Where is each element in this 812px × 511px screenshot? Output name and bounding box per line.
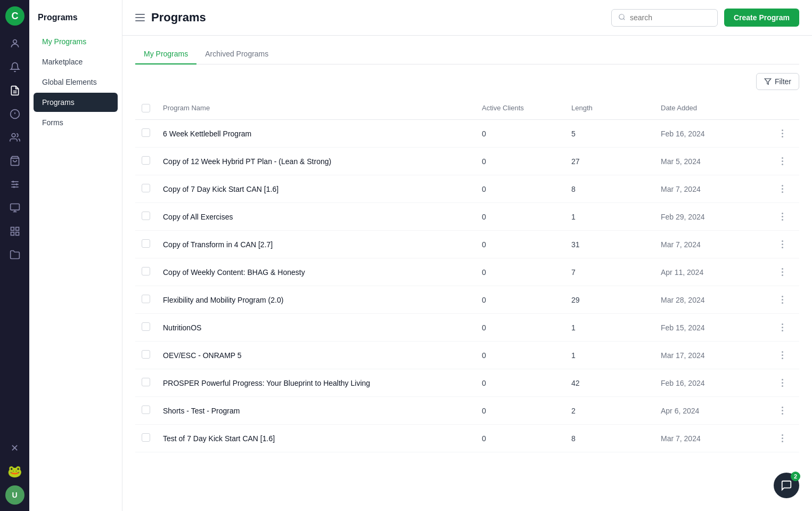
row-select-checkbox[interactable] <box>142 350 150 359</box>
row-actions-menu[interactable] <box>772 210 793 223</box>
row-select-checkbox[interactable] <box>142 267 150 275</box>
row-checkbox[interactable] <box>142 295 159 305</box>
row-checkbox[interactable] <box>142 433 159 443</box>
sidebar-icon-document[interactable] <box>5 81 24 100</box>
row-select-checkbox[interactable] <box>142 128 150 137</box>
svg-line-24 <box>624 18 625 20</box>
row-date-added: Mar 7, 2024 <box>661 240 767 249</box>
sidebar-item-programs[interactable]: Programs <box>34 93 118 112</box>
row-checkbox[interactable] <box>142 128 159 139</box>
row-actions-menu[interactable] <box>772 321 793 334</box>
row-checkbox[interactable] <box>142 184 159 194</box>
search-box[interactable] <box>611 9 718 27</box>
sidebar-icon-bell[interactable] <box>5 58 24 77</box>
header-left: Programs <box>135 11 206 25</box>
table-row[interactable]: Test of 7 Day Kick Start CAN [1.6] 0 8 M… <box>135 425 799 452</box>
row-actions-menu[interactable] <box>772 377 793 389</box>
sidebar-item-marketplace[interactable]: Marketplace <box>34 52 118 71</box>
table-row[interactable]: Copy of Transform in 4 CAN [2.7] 0 31 Ma… <box>135 231 799 258</box>
search-input[interactable] <box>630 13 711 22</box>
sidebar-icon-alert[interactable] <box>5 104 24 124</box>
sidebar-icon-bag[interactable] <box>5 151 24 171</box>
app-logo[interactable]: C <box>5 6 24 26</box>
create-program-button[interactable]: Create Program <box>724 9 799 27</box>
row-program-name: OEV/ESC - ONRAMP 5 <box>163 351 478 360</box>
sidebar-icon-grid[interactable] <box>5 222 24 241</box>
sidebar-icon-screen[interactable] <box>5 198 24 217</box>
svg-rect-22 <box>15 232 19 236</box>
row-active-clients: 0 <box>482 407 567 415</box>
sidebar-icon-sliders[interactable] <box>5 175 24 194</box>
row-actions-menu[interactable] <box>772 155 793 167</box>
table-row[interactable]: Copy of 7 Day Kick Start CAN [1.6] 0 8 M… <box>135 175 799 203</box>
row-date-added: Apr 11, 2024 <box>661 268 767 277</box>
tab-my-programs[interactable]: My Programs <box>135 44 196 64</box>
col-program-name: Program Name <box>163 104 478 114</box>
col-active-clients: Active Clients <box>482 104 567 114</box>
sidebar-close-icon[interactable]: ✕ <box>5 439 24 458</box>
row-actions-menu[interactable] <box>772 432 793 444</box>
row-actions-menu[interactable] <box>772 294 793 306</box>
table-row[interactable]: PROSPER Powerful Progress: Your Blueprin… <box>135 369 799 397</box>
hamburger-menu[interactable] <box>135 14 145 21</box>
row-date-added: Mar 17, 2024 <box>661 351 767 360</box>
sidebar-item-forms[interactable]: Forms <box>34 113 118 132</box>
svg-point-2 <box>13 40 17 44</box>
table-header: Program Name Active Clients Length Date … <box>135 99 799 120</box>
table-row[interactable]: Shorts - Test - Program 0 2 Apr 6, 2024 <box>135 397 799 425</box>
row-select-checkbox[interactable] <box>142 405 150 414</box>
row-select-checkbox[interactable] <box>142 322 150 331</box>
sidebar-frog-icon[interactable]: 🐸 <box>5 462 24 481</box>
row-active-clients: 0 <box>482 323 567 332</box>
page-header: Programs Create Program <box>122 0 812 36</box>
tab-archived-programs[interactable]: Archived Programs <box>196 44 277 64</box>
row-checkbox[interactable] <box>142 405 159 416</box>
filter-row: Filter <box>135 64 799 99</box>
sidebar-item-global-elements[interactable]: Global Elements <box>34 72 118 92</box>
sidebar-item-my-programs[interactable]: My Programs <box>34 32 118 51</box>
chat-badge: 2 <box>791 472 800 481</box>
row-checkbox[interactable] <box>142 378 159 388</box>
row-actions-menu[interactable] <box>772 127 793 140</box>
row-select-checkbox[interactable] <box>142 295 150 303</box>
row-actions-menu[interactable] <box>772 349 793 361</box>
row-select-checkbox[interactable] <box>142 433 150 442</box>
table-row[interactable]: Copy of All Exercises 0 1 Feb 29, 2024 <box>135 203 799 231</box>
row-date-added: Feb 29, 2024 <box>661 213 767 221</box>
row-select-checkbox[interactable] <box>142 184 150 192</box>
row-actions-menu[interactable] <box>772 266 793 278</box>
row-length: 1 <box>571 323 657 332</box>
table-row[interactable]: 6 Week Kettlebell Program 0 5 Feb 16, 20… <box>135 120 799 148</box>
row-actions-menu[interactable] <box>772 404 793 417</box>
row-checkbox[interactable] <box>142 322 159 332</box>
row-checkbox[interactable] <box>142 350 159 360</box>
row-select-checkbox[interactable] <box>142 212 150 220</box>
table-row[interactable]: Copy of 12 Week Hybrid PT Plan - (Lean &… <box>135 148 799 175</box>
row-checkbox[interactable] <box>142 239 159 249</box>
row-select-checkbox[interactable] <box>142 156 150 165</box>
table-row[interactable]: Flexibility and Mobility Program (2.0) 0… <box>135 286 799 314</box>
row-program-name: Copy of Weekly Content: BHAG & Honesty <box>163 268 478 277</box>
filter-button[interactable]: Filter <box>756 73 799 90</box>
row-actions-menu[interactable] <box>772 238 793 250</box>
sidebar-icon-folder[interactable] <box>5 245 24 264</box>
row-length: 7 <box>571 268 657 277</box>
row-length: 31 <box>571 240 657 249</box>
row-program-name: Copy of All Exercises <box>163 213 478 221</box>
row-checkbox[interactable] <box>142 267 159 277</box>
table-row[interactable]: OEV/ESC - ONRAMP 5 0 1 Mar 17, 2024 <box>135 342 799 369</box>
svg-rect-16 <box>10 204 19 210</box>
row-actions-menu[interactable] <box>772 183 793 195</box>
select-all-checkbox[interactable] <box>142 104 150 112</box>
sidebar-icon-person[interactable] <box>5 34 24 53</box>
row-program-name: Shorts - Test - Program <box>163 407 478 415</box>
chat-bubble[interactable]: 2 <box>774 473 799 498</box>
sidebar-icon-group[interactable] <box>5 128 24 147</box>
row-checkbox[interactable] <box>142 156 159 166</box>
row-select-checkbox[interactable] <box>142 239 150 248</box>
table-row[interactable]: NutritionOS 0 1 Feb 15, 2024 <box>135 314 799 342</box>
row-select-checkbox[interactable] <box>142 378 150 386</box>
user-avatar[interactable]: U <box>5 485 24 505</box>
table-row[interactable]: Copy of Weekly Content: BHAG & Honesty 0… <box>135 258 799 286</box>
row-checkbox[interactable] <box>142 212 159 222</box>
